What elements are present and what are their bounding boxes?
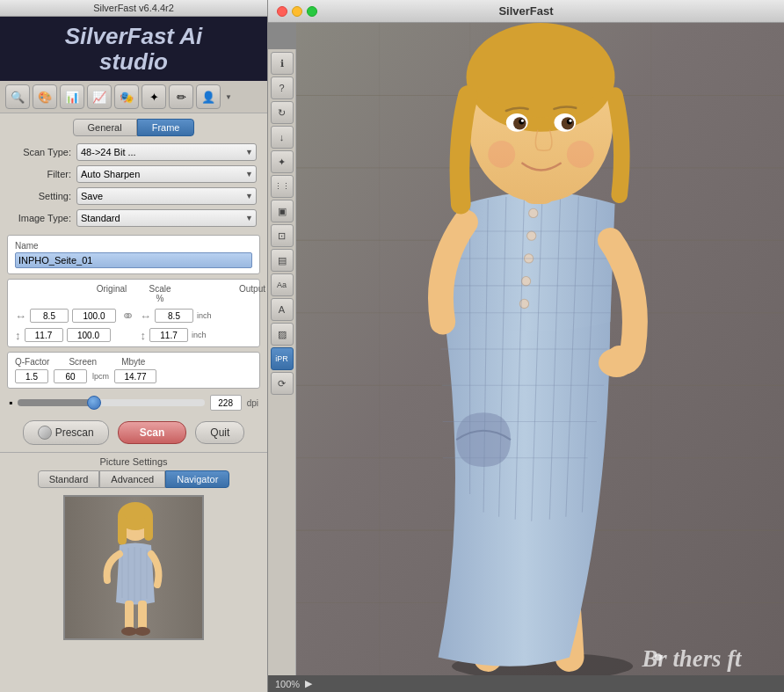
main-tabs: General Frame — [0, 113, 267, 136]
quit-button[interactable]: Quit — [195, 421, 244, 444]
main-image-svg: Br thers ft — [296, 23, 784, 675]
picture-settings-tabs: Standard Advanced Navigator — [0, 470, 267, 492]
ps-tab-standard[interactable]: Standard — [38, 470, 100, 488]
hsl-icon[interactable]: 🎭 — [114, 84, 139, 109]
svg-rect-12 — [138, 601, 147, 631]
svg-point-52 — [599, 348, 635, 377]
width-output-input[interactable] — [155, 309, 193, 323]
crop-icon[interactable]: ⊡ — [271, 224, 294, 247]
filter-row: Filter: Auto Sharpen ▼ — [11, 165, 257, 183]
height-original-input[interactable] — [25, 328, 63, 342]
dpi-slider[interactable] — [18, 399, 204, 406]
zoom-arrow: ▶ — [305, 678, 312, 689]
star-icon[interactable]: ✦ — [271, 150, 294, 173]
svg-rect-11 — [125, 601, 134, 631]
print-icon[interactable]: ▨ — [271, 323, 294, 346]
image-type-select[interactable]: Standard — [76, 209, 257, 227]
setting-dropdown[interactable]: Save ▼ — [76, 187, 257, 205]
dpi-unit: dpi — [247, 398, 258, 408]
svg-point-65 — [567, 141, 594, 168]
svg-rect-5 — [144, 514, 153, 541]
navigator-area — [0, 492, 267, 644]
scan-button[interactable]: Scan — [118, 421, 187, 444]
navigator-thumbnail — [63, 495, 204, 640]
setting-label: Setting: — [11, 191, 76, 201]
scan-type-row: Scan Type: 48->24 Bit ... ▼ — [11, 143, 257, 161]
svg-point-31 — [529, 208, 538, 217]
scale-col-header: Scale % — [147, 284, 173, 303]
help-icon[interactable]: ? — [271, 76, 294, 99]
picture-settings: Picture Settings Standard Advanced Navig… — [0, 452, 267, 692]
ruler-icon[interactable]: ▤ — [271, 249, 294, 272]
dpi-value-input[interactable] — [210, 395, 242, 411]
profile-icon[interactable]: 👤 — [196, 84, 221, 109]
setting-select[interactable]: Save — [76, 187, 257, 205]
text-icon[interactable]: A — [271, 298, 294, 321]
right-title-text: SilverFast — [498, 4, 553, 18]
iphoto-icon[interactable]: iPR — [271, 347, 294, 370]
dpi-row: ▪ dpi — [0, 392, 267, 413]
svg-point-64 — [488, 141, 515, 168]
sync-icon[interactable]: ⟳ — [271, 372, 294, 395]
magnify-icon[interactable]: 🔍 — [5, 84, 30, 109]
qfactor-input[interactable] — [15, 369, 48, 383]
picture-settings-title: Picture Settings — [0, 456, 267, 467]
zoom-label: 100% — [275, 679, 300, 689]
logo-area: SilverFast Ai studio — [0, 17, 267, 81]
info-icon[interactable]: ℹ — [271, 52, 294, 75]
maximize-button[interactable] — [307, 6, 317, 17]
svg-point-34 — [521, 277, 530, 286]
image-type-label: Image Type: — [11, 213, 76, 223]
height-scale-input[interactable] — [67, 328, 111, 342]
filter-icon[interactable]: ✦ — [142, 84, 166, 109]
mbyte-input[interactable] — [114, 369, 156, 383]
filter-dropdown[interactable]: Auto Sharpen ▼ — [76, 165, 257, 183]
width-original-input[interactable] — [30, 309, 69, 323]
output-col-header: Output — [235, 284, 270, 303]
grid-icon[interactable]: ⋮⋮ — [271, 175, 294, 198]
edit-icon[interactable]: ✏ — [169, 84, 193, 109]
tab-general[interactable]: General — [73, 119, 137, 136]
svg-point-63 — [569, 120, 571, 122]
scan-type-select[interactable]: 48->24 Bit ... — [76, 143, 257, 161]
text-aa-icon[interactable]: Aa — [271, 273, 294, 296]
image-type-row: Image Type: Standard ▼ — [11, 209, 257, 227]
toolbar-arrow: ▼ — [225, 93, 232, 101]
svg-point-66 — [655, 653, 662, 660]
color-wheel-icon[interactable]: 🎨 — [33, 84, 57, 109]
screen-input[interactable] — [54, 369, 87, 383]
screen-unit: lpcm — [92, 372, 109, 381]
scan-type-label: Scan Type: — [11, 147, 76, 157]
width-scale-input[interactable] — [72, 309, 116, 323]
close-button[interactable] — [277, 6, 287, 17]
filter-label: Filter: — [11, 169, 76, 179]
scale-section: Original Scale % Output ↔ ⚭ ↔ inch ↕ ↕ i… — [7, 279, 260, 347]
main-image-area: Br thers ft — [296, 23, 784, 675]
scale-header: Original Scale % Output — [15, 284, 252, 303]
prescan-circle — [38, 426, 52, 440]
move-down-icon[interactable]: ↓ — [271, 126, 294, 149]
scan-type-dropdown[interactable]: 48->24 Bit ... ▼ — [76, 143, 257, 161]
left-title-text: SilverFast v6.4.4r2 — [93, 3, 174, 13]
histogram-icon[interactable]: 📊 — [60, 84, 84, 109]
rotate-icon[interactable]: ↻ — [271, 101, 294, 124]
image-type-dropdown[interactable]: Standard ▼ — [76, 209, 257, 227]
right-title-bar: SilverFast — [268, 0, 784, 23]
height-unit: inch — [192, 331, 207, 339]
height-output-input[interactable] — [149, 328, 188, 342]
original-col-header: Original — [76, 284, 147, 303]
ps-tab-navigator[interactable]: Navigator — [165, 470, 229, 488]
prescan-button[interactable]: Prescan — [23, 420, 109, 445]
left-panel: SilverFast v6.4.4r2 SilverFast Ai studio… — [0, 0, 268, 692]
qfactor-section: Q-Factor Screen Mbyte lpcm — [7, 352, 260, 389]
minimize-button[interactable] — [292, 6, 302, 17]
frame-icon[interactable]: ▣ — [271, 200, 294, 222]
toolbar: 🔍 🎨 📊 📈 🎭 ✦ ✏ 👤 ▼ — [0, 81, 267, 113]
tab-frame[interactable]: Frame — [137, 119, 195, 136]
nav-thumb-svg — [65, 497, 204, 640]
filter-select[interactable]: Auto Sharpen — [76, 165, 257, 183]
curve-icon[interactable]: 📈 — [87, 84, 112, 109]
name-input[interactable] — [15, 252, 252, 268]
mbyte-label: Mbyte — [121, 357, 145, 367]
ps-tab-advanced[interactable]: Advanced — [99, 470, 165, 488]
